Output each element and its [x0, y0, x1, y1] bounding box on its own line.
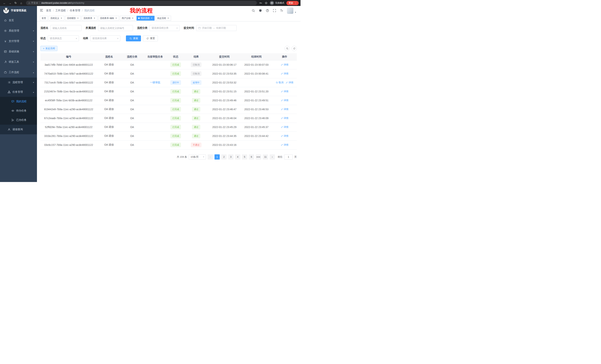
category-select[interactable]: 请选择流程分类▾ — [150, 25, 180, 31]
result-tag: 通过 — [192, 116, 200, 120]
address-bar[interactable]: ⚠ 不安全 dashboard.yudao.iocoder.cn/bpm/tas… — [26, 1, 257, 5]
page-size-select[interactable]: 10条/页 ▾ — [189, 154, 206, 160]
cell-process-name: OA 请假 — [97, 140, 121, 149]
tab-用户分组[interactable]: 用户分组× — [120, 16, 136, 21]
tab-流程模型[interactable]: 流程模型× — [65, 16, 81, 21]
sidebar-item-workflow[interactable]: 工作流程▴ — [0, 67, 37, 77]
sidebar-item-devtools[interactable]: 研发工具▾ — [0, 57, 37, 67]
sidebar-item-system[interactable]: 系统管理▾ — [0, 26, 37, 36]
page-button-1[interactable]: 1 — [214, 154, 220, 160]
sidebar-item-done-tasks[interactable]: 已办任务 — [0, 115, 37, 125]
breadcrumb-item[interactable]: 任务管理 — [70, 9, 80, 12]
kebab-menu-icon[interactable]: ⋮ — [295, 2, 297, 4]
detail-action-link[interactable]: 详情 — [281, 143, 289, 147]
close-tab-icon[interactable]: × — [93, 17, 96, 19]
search-button[interactable]: 搜索 — [126, 35, 141, 41]
cell-actions: 详情 — [272, 114, 297, 123]
browser-reload-icon[interactable]: ↻ — [13, 0, 18, 5]
prev-page-button[interactable]: ‹ — [208, 154, 213, 160]
search-icon[interactable] — [252, 9, 255, 12]
password-key-icon[interactable] — [259, 1, 262, 5]
create-process-button[interactable]: + 发起流程 — [40, 46, 57, 51]
procdef-input[interactable] — [98, 25, 133, 31]
current-task-link[interactable]: 一级审批 — [150, 81, 160, 84]
detail-action-link[interactable]: 详情 — [281, 90, 289, 93]
next-page-button[interactable]: › — [270, 154, 275, 160]
refresh-table-button[interactable] — [291, 46, 297, 51]
sidebar-logo[interactable]: 芋道管理系统 — [0, 6, 37, 15]
sidebar-item-infrastructure[interactable]: 基础设施▾ — [0, 46, 37, 57]
detail-action-link[interactable]: 详情 — [281, 99, 289, 102]
page-button-6[interactable]: 6 — [249, 154, 254, 160]
result-tag: 不通过 — [191, 143, 201, 147]
tab-流程表单-编辑[interactable]: 流程表单-编辑× — [98, 16, 119, 21]
bookmark-star-icon[interactable] — [264, 1, 268, 5]
detail-action-link[interactable]: 详情 — [281, 63, 289, 67]
browser-home-icon[interactable]: ⌂ — [19, 0, 24, 5]
fullscreen-icon[interactable] — [273, 9, 276, 12]
cell-current-task — [143, 69, 167, 78]
hamburger-icon[interactable] — [40, 9, 43, 13]
more-pages-button[interactable]: ●●● — [256, 154, 261, 160]
status-tag: 已完成 — [170, 116, 181, 120]
status-select[interactable]: 请选择状态▾ — [48, 35, 79, 41]
browser-toolbar-right: 无痕模式 更新 ⋮ — [259, 1, 299, 5]
tab-流程表单[interactable]: 流程表单× — [82, 16, 97, 21]
close-tab-icon[interactable]: × — [150, 17, 153, 19]
github-icon[interactable] — [259, 9, 262, 12]
result-select[interactable]: 请选择流结果▾ — [90, 35, 120, 41]
scissors-icon — [11, 118, 14, 122]
browser-update-button[interactable]: 更新 ⋮ — [286, 1, 299, 5]
detail-action-link[interactable]: 详情 — [281, 134, 289, 138]
page-button-5[interactable]: 5 — [242, 154, 247, 160]
fontsize-icon[interactable] — [280, 9, 283, 12]
goto-label: 前往 — [278, 155, 282, 159]
sidebar-item-home[interactable]: 首页 — [0, 15, 37, 26]
action-label: 详情 — [284, 99, 289, 102]
page-button-4[interactable]: 4 — [235, 154, 240, 160]
tab-流程定义[interactable]: 流程定义× — [49, 16, 64, 21]
cancel-action-link[interactable]: 取消 — [276, 81, 283, 84]
goto-page-input[interactable] — [284, 154, 293, 160]
reset-button[interactable]: 重置 — [143, 35, 158, 41]
status-tag: 已完成 — [170, 71, 181, 76]
cell-id: 7317cec6-7b9b-11ec-b5b7-acde48001122 — [40, 78, 97, 87]
browser-forward-icon[interactable]: → — [7, 0, 13, 5]
close-tab-icon[interactable]: × — [131, 17, 134, 19]
sidebar-item-my-process[interactable]: 我的流程 — [0, 97, 37, 106]
page-button-2[interactable]: 2 — [221, 154, 227, 160]
close-tab-icon[interactable]: × — [60, 17, 63, 19]
close-tab-icon[interactable]: × — [77, 17, 79, 19]
detail-action-link[interactable]: 详情 — [281, 125, 289, 129]
page-button-11[interactable]: 11 — [263, 154, 268, 160]
user-menu[interactable]: ▼ — [287, 7, 296, 14]
detail-action-link[interactable]: 详情 — [281, 108, 289, 111]
tab-我的流程[interactable]: 我的流程× — [137, 16, 155, 21]
sidebar-item-process-mgmt[interactable]: 流程管理▾ — [0, 77, 37, 87]
page-button-3[interactable]: 3 — [228, 154, 233, 160]
close-tab-icon[interactable]: × — [167, 17, 169, 19]
tab-发起流程[interactable]: 发起流程× — [155, 16, 171, 21]
breadcrumb-item[interactable]: 首页 — [46, 9, 51, 12]
column-header: 结束时间 — [240, 53, 272, 60]
help-icon[interactable] — [266, 9, 269, 12]
sidebar-item-leave-query[interactable]: 请假查询 — [0, 125, 37, 134]
sidebar-item-payment[interactable]: ¥支付管理▾ — [0, 36, 37, 46]
toggle-search-button[interactable] — [285, 46, 290, 51]
close-tab-icon[interactable]: × — [115, 17, 117, 19]
avatar[interactable] — [287, 7, 293, 14]
sidebar-item-task-mgmt[interactable]: 任务管理▴ — [0, 87, 37, 97]
tab-首页[interactable]: 首页 — [40, 16, 48, 21]
detail-action-link[interactable]: 详情 — [286, 81, 293, 84]
name-input[interactable] — [50, 25, 81, 31]
detail-action-link[interactable]: 详情 — [281, 116, 289, 120]
tab-label: 流程模型 — [67, 17, 76, 20]
chevron-up-icon: ▴ — [33, 71, 34, 74]
detail-action-link[interactable]: 详情 — [281, 72, 289, 75]
cell-status: 已完成 — [167, 140, 184, 149]
filter-label-category: 流程分类 — [137, 26, 148, 30]
breadcrumb-item[interactable]: 工作流程 — [55, 9, 66, 12]
browser-back-icon[interactable]: ← — [2, 0, 7, 5]
date-range-picker[interactable]: 开始日期-结束日期 — [196, 25, 237, 31]
sidebar-item-todo-tasks[interactable]: 待办任务 — [0, 106, 37, 115]
